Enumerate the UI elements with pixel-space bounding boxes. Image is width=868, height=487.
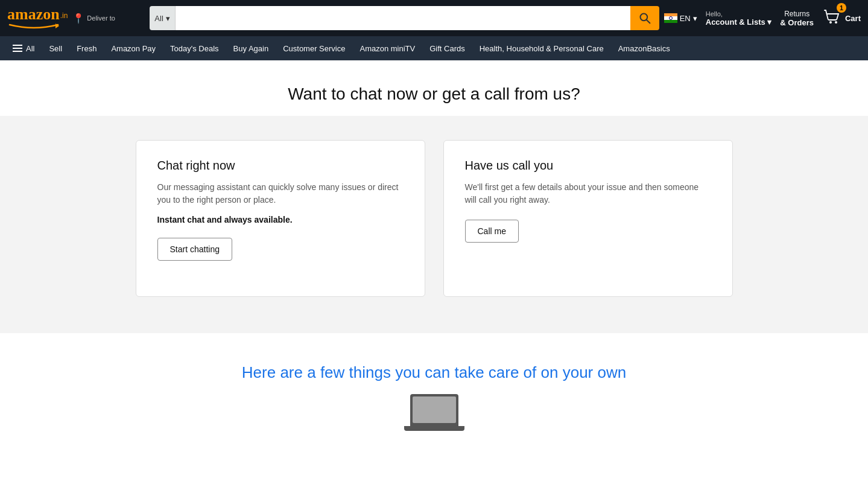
returns-orders-block[interactable]: Returns & Orders — [780, 10, 814, 27]
bottom-section: Here are a few things you can take care … — [0, 333, 868, 461]
search-icon — [639, 12, 651, 24]
call-card-title: Have us call you — [465, 159, 711, 173]
nav-all-label: All — [26, 44, 34, 53]
svg-line-2 — [647, 20, 650, 23]
logo-in: .in — [60, 11, 68, 20]
header: amazon .in 📍 Deliver to All ▾ — [0, 0, 868, 36]
account-lists-label: Account & Lists ▾ — [706, 18, 772, 27]
nav-item-health[interactable]: Health, Household & Personal Care — [473, 39, 610, 59]
bottom-title: Here are a few things you can take care … — [12, 363, 856, 382]
nav-item-all[interactable]: All — [6, 39, 41, 59]
cart-icon-wrap: 1 — [822, 7, 843, 30]
hamburger-icon — [13, 45, 22, 52]
svg-point-3 — [829, 21, 832, 24]
nav-item-amazonbasics[interactable]: AmazonBasics — [612, 39, 677, 59]
account-block[interactable]: Hello, Account & Lists ▾ — [706, 10, 772, 27]
nav-item-todays-deals[interactable]: Today's Deals — [163, 39, 226, 59]
call-card: Have us call you We'll first get a few d… — [443, 140, 733, 297]
cart-block[interactable]: 1 Cart — [822, 7, 861, 30]
start-chatting-button[interactable]: Start chatting — [157, 238, 233, 261]
amazon-logo[interactable]: amazon .in — [7, 7, 68, 30]
deliver-to[interactable]: 📍 Deliver to — [72, 13, 145, 24]
returns-line1: Returns — [780, 10, 814, 18]
hello-label: Hello, — [706, 10, 772, 18]
cart-label: Cart — [845, 14, 861, 23]
nav-item-gift-cards[interactable]: Gift Cards — [423, 39, 472, 59]
chat-card-description: Our messaging assistant can quickly solv… — [157, 181, 404, 206]
laptop-icon — [410, 394, 458, 427]
language-selector[interactable]: EN ▾ — [664, 13, 697, 23]
page-title: Want to chat now or get a call from us? — [12, 84, 856, 104]
cart-count: 1 — [837, 3, 846, 13]
returns-line2: & Orders — [780, 18, 814, 27]
svg-point-4 — [835, 21, 837, 24]
logo-smile-icon — [7, 22, 60, 30]
deliver-label: Deliver to — [87, 14, 115, 22]
nav-item-fresh[interactable]: Fresh — [70, 39, 103, 59]
chat-card-highlight: Instant chat and always available. — [157, 215, 404, 224]
nav-item-minitv[interactable]: Amazon miniTV — [353, 39, 422, 59]
chat-card: Chat right now Our messaging assistant c… — [136, 140, 425, 297]
nav-bar: All Sell Fresh Amazon Pay Today's Deals … — [0, 36, 868, 60]
nav-item-buy-again[interactable]: Buy Again — [227, 39, 276, 59]
laptop-icon-area — [12, 382, 856, 443]
nav-item-amazon-pay[interactable]: Amazon Pay — [104, 39, 162, 59]
search-bar: All ▾ — [150, 6, 659, 30]
logo-text: amazon — [7, 7, 60, 22]
location-icon: 📍 — [72, 13, 84, 24]
search-button[interactable] — [630, 6, 659, 30]
main-title-area: Want to chat now or get a call from us? — [0, 60, 868, 116]
chat-card-title: Chat right now — [157, 159, 404, 173]
search-category-dropdown[interactable]: All ▾ — [150, 6, 175, 30]
chevron-down-icon: ▾ — [166, 14, 170, 23]
nav-item-sell[interactable]: Sell — [42, 39, 69, 59]
language-chevron-icon: ▾ — [693, 14, 697, 23]
cards-section: Chat right now Our messaging assistant c… — [0, 116, 868, 333]
language-label: EN — [680, 14, 691, 23]
nav-item-customer-service[interactable]: Customer Service — [276, 39, 352, 59]
search-input[interactable] — [176, 6, 630, 30]
india-flag-icon — [664, 13, 677, 23]
call-me-button[interactable]: Call me — [465, 220, 519, 243]
call-card-description: We'll first get a few details about your… — [465, 181, 711, 206]
search-category-label: All — [154, 14, 163, 23]
header-right: EN ▾ Hello, Account & Lists ▾ Returns & … — [664, 7, 861, 30]
